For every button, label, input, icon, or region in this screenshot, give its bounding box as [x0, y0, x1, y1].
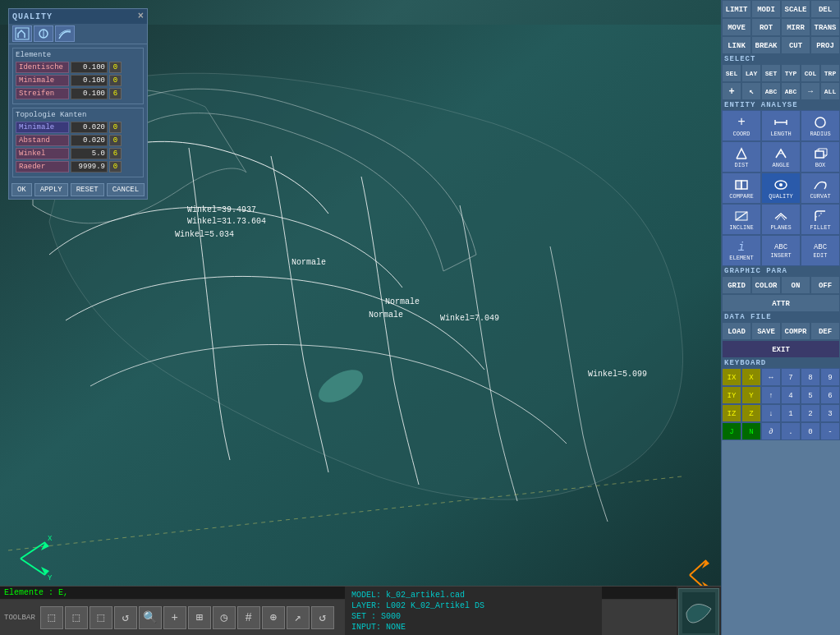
btn-scale[interactable]: SCALE [781, 0, 810, 18]
toolbar-btn-3[interactable]: ⬚ [90, 606, 112, 629]
btn-set-sel[interactable]: SET [761, 64, 781, 82]
btn-link[interactable]: LINK [722, 36, 751, 54]
btn-compr[interactable]: COMPR [781, 322, 810, 340]
btn-exit[interactable]: EXIT [722, 340, 840, 358]
btn-rot[interactable]: ROT [751, 18, 781, 36]
btn-lay[interactable]: LAY [741, 64, 761, 82]
btn-modi[interactable]: MODI [751, 0, 781, 18]
kb-up[interactable]: ↑ [761, 386, 781, 404]
btn-break[interactable]: BREAK [751, 36, 781, 54]
field-value-minimale[interactable]: 0.100 [71, 75, 108, 86]
btn-element[interactable]: i ELEMENT [722, 235, 761, 266]
kb-7[interactable]: 7 [781, 368, 801, 386]
btn-load[interactable]: LOAD [722, 322, 751, 340]
kb-n[interactable]: N [741, 422, 761, 440]
field-value-identische[interactable]: 0.100 [71, 62, 108, 73]
toolbar-btn-search[interactable]: 🔍 [139, 606, 162, 629]
btn-cut[interactable]: CUT [781, 36, 810, 54]
field-value-tk-minimale[interactable]: 0.020 [71, 122, 108, 133]
kb-z[interactable]: Z [741, 404, 761, 422]
btn-on[interactable]: ON [781, 276, 810, 294]
btn-dist[interactable]: DIST [722, 141, 761, 173]
btn-abc1[interactable]: ABC [761, 82, 781, 100]
field-value-raeder[interactable]: 9999.9 [71, 161, 108, 173]
btn-off[interactable]: OFF [810, 276, 840, 294]
btn-def[interactable]: DEF [810, 322, 840, 340]
btn-ok[interactable]: OK [11, 183, 32, 196]
toolbar-btn-2[interactable]: ⬚ [65, 606, 88, 629]
toolbar-btn-9[interactable]: ⊕ [262, 606, 285, 629]
btn-curvat[interactable]: CURVAT [801, 173, 840, 204]
btn-coord[interactable]: + COORD [722, 110, 761, 141]
kb-3[interactable]: 3 [820, 404, 840, 422]
field-value-winkel[interactable]: 5.0 [71, 148, 108, 159]
btn-radius[interactable]: RADIUS [801, 110, 840, 141]
btn-trp[interactable]: TRP [820, 64, 840, 82]
btn-apply[interactable]: APPLY [34, 183, 68, 196]
kb-5[interactable]: 5 [801, 386, 820, 404]
btn-attr[interactable]: ATTR [722, 294, 840, 312]
kb-lr[interactable]: ↔ [761, 368, 781, 386]
q-icon-3[interactable] [55, 25, 75, 42]
kb-dot[interactable]: . [781, 422, 801, 440]
kb-special[interactable]: ∂ [761, 422, 781, 440]
kb-down[interactable]: ↓ [761, 404, 781, 422]
btn-move[interactable]: MOVE [722, 18, 751, 36]
btn-angle[interactable]: ANGLE [761, 141, 801, 173]
btn-trans[interactable]: TRANS [810, 18, 840, 36]
btn-planes[interactable]: PLANES [761, 204, 801, 235]
field-value-streifen[interactable]: 0.100 [71, 88, 108, 99]
btn-mirr[interactable]: MIRR [781, 18, 810, 36]
btn-quality[interactable]: QUALITY [761, 173, 801, 204]
kb-iz[interactable]: IZ [722, 404, 741, 422]
toolbar-btn-10[interactable]: ↗ [287, 606, 310, 629]
btn-grid[interactable]: GRID [722, 276, 751, 294]
btn-limit[interactable]: LIMIT [722, 0, 751, 18]
kb-x[interactable]: X [741, 368, 761, 386]
quality-panel-close[interactable]: × [138, 11, 144, 22]
toolbar-btn-8[interactable]: # [237, 606, 260, 629]
btn-plus-sel[interactable]: + [722, 82, 741, 100]
btn-sel[interactable]: SEL [722, 64, 741, 82]
kb-0[interactable]: 0 [801, 422, 820, 440]
btn-del[interactable]: DEL [810, 0, 840, 18]
btn-fillet[interactable]: FILLET [801, 204, 840, 235]
btn-arrow2[interactable]: → [801, 82, 820, 100]
toolbar-btn-6[interactable]: ⊞ [188, 606, 211, 629]
btn-edit[interactable]: ABC EDIT [801, 235, 840, 266]
q-icon-2[interactable] [34, 25, 53, 42]
toolbar-btn-1[interactable]: ⬚ [40, 606, 63, 629]
btn-arrow-sel[interactable]: ↖ [741, 82, 761, 100]
btn-typ[interactable]: TYP [781, 64, 801, 82]
kb-iy[interactable]: IY [722, 386, 741, 404]
kb-2[interactable]: 2 [801, 404, 820, 422]
btn-insert[interactable]: ABC INSERT [761, 235, 801, 266]
kb-y[interactable]: Y [741, 386, 761, 404]
kb-9[interactable]: 9 [820, 368, 840, 386]
toolbar-btn-7[interactable]: ◷ [213, 606, 236, 629]
kb-1[interactable]: 1 [781, 404, 801, 422]
q-icon-1[interactable] [12, 25, 32, 42]
kb-6[interactable]: 6 [820, 386, 840, 404]
toolbar-btn-11[interactable]: ↺ [311, 606, 334, 629]
field-value-abstand[interactable]: 0.020 [71, 135, 108, 146]
btn-box[interactable]: BOX [801, 141, 840, 173]
kb-ix[interactable]: IX [722, 368, 741, 386]
btn-color[interactable]: COLOR [751, 276, 781, 294]
kb-j[interactable]: J [722, 422, 741, 440]
btn-col[interactable]: COL [801, 64, 820, 82]
kb-minus[interactable]: - [820, 422, 840, 440]
toolbar-btn-4[interactable]: ↺ [114, 606, 137, 629]
toolbar-btn-5[interactable]: + [163, 606, 186, 629]
btn-compare[interactable]: COMPARE [722, 173, 761, 204]
btn-cancel[interactable]: CANCEL [107, 183, 145, 196]
btn-all[interactable]: ALL [820, 82, 840, 100]
btn-reset[interactable]: RESET [71, 183, 104, 196]
btn-abc2[interactable]: ABC [781, 82, 801, 100]
kb-8[interactable]: 8 [801, 368, 820, 386]
btn-incline[interactable]: INCLINE [722, 204, 761, 235]
btn-proj[interactable]: PROJ [810, 36, 840, 54]
btn-save[interactable]: SAVE [751, 322, 781, 340]
btn-length[interactable]: LENGTH [761, 110, 801, 141]
kb-4[interactable]: 4 [781, 386, 801, 404]
